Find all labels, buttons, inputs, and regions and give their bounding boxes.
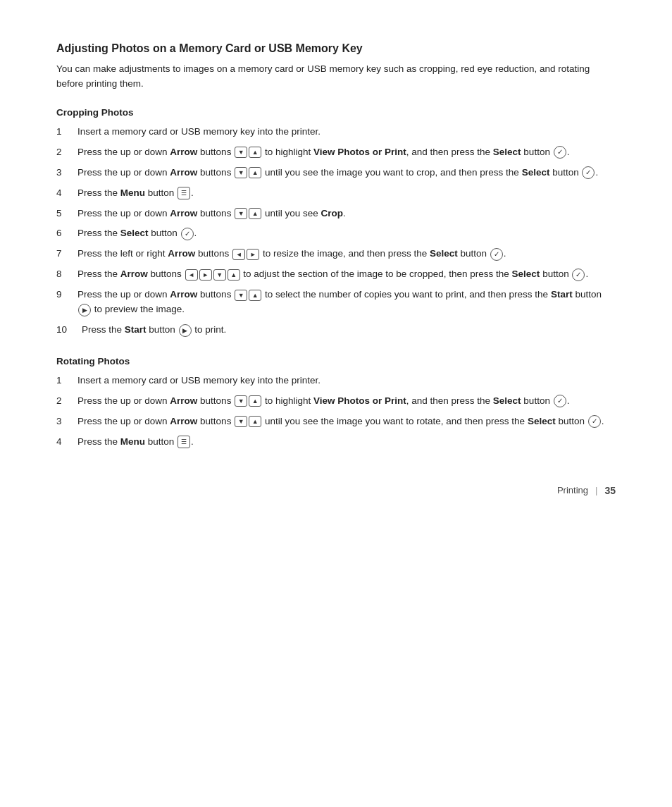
step-content: Press the up or down Arrow buttons ▼▲ un… bbox=[77, 166, 616, 180]
select-icon: ✓ bbox=[588, 415, 601, 428]
step-number: 6 bbox=[56, 226, 77, 241]
step-number: 4 bbox=[56, 435, 77, 450]
list-item: 1 Insert a memory card or USB memory key… bbox=[56, 374, 616, 388]
arrow-left-icon: ◄ bbox=[232, 249, 245, 260]
menu-icon: ☰ bbox=[178, 187, 190, 199]
step-number: 5 bbox=[56, 207, 77, 221]
step-number: 3 bbox=[56, 414, 77, 429]
step-number: 7 bbox=[56, 247, 77, 261]
list-item: 4 Press the Menu button ☰. bbox=[56, 186, 616, 201]
step-number: 2 bbox=[56, 394, 77, 409]
list-item: 6 Press the Select button ✓. bbox=[56, 226, 616, 241]
arrow-up-icon: ▲ bbox=[249, 208, 261, 219]
start-icon: ▶ bbox=[179, 324, 192, 337]
footer-divider: | bbox=[595, 485, 597, 495]
select-icon: ✓ bbox=[572, 269, 585, 281]
list-item: 3 Press the up or down Arrow buttons ▼▲ … bbox=[56, 414, 616, 429]
list-item: 8 Press the Arrow buttons ◄►▼▲ to adjust… bbox=[56, 267, 616, 282]
arrow-left-icon: ◄ bbox=[185, 269, 198, 281]
list-item: 10 Press the Start button ▶ to print. bbox=[56, 323, 616, 338]
step-content: Press the Menu button ☰. bbox=[77, 186, 616, 201]
step-number: 2 bbox=[56, 145, 77, 160]
step-number: 4 bbox=[56, 186, 77, 201]
arrow-down-icon: ▼ bbox=[235, 416, 247, 427]
select-icon: ✓ bbox=[554, 146, 566, 159]
list-item: 9 Press the up or down Arrow buttons ▼▲ … bbox=[56, 288, 616, 317]
step-content: Press the up or down Arrow buttons ▼▲ un… bbox=[77, 207, 616, 221]
footer-label: Printing bbox=[557, 485, 588, 495]
arrow-up-icon: ▲ bbox=[249, 147, 261, 158]
arrow-down-icon: ▼ bbox=[213, 269, 226, 281]
section-rotating: Rotating Photos 1 Insert a memory card o… bbox=[56, 356, 616, 450]
rotating-steps-list: 1 Insert a memory card or USB memory key… bbox=[56, 374, 616, 450]
step-number: 3 bbox=[56, 166, 77, 180]
step-content: Press the left or right Arrow buttons ◄►… bbox=[77, 247, 616, 261]
list-item: 5 Press the up or down Arrow buttons ▼▲ … bbox=[56, 207, 616, 221]
arrow-right-icon: ► bbox=[247, 249, 259, 260]
step-content: Press the up or down Arrow buttons ▼▲ to… bbox=[77, 394, 616, 409]
arrow-up-icon: ▲ bbox=[249, 395, 261, 407]
step-content: Press the Start button ▶ to print. bbox=[82, 323, 616, 338]
footer-page-number: 35 bbox=[604, 485, 616, 496]
step-content: Press the up or down Arrow buttons ▼▲ un… bbox=[77, 414, 616, 429]
page: Adjusting Photos on a Memory Card or USB… bbox=[0, 0, 672, 524]
list-item: 3 Press the up or down Arrow buttons ▼▲ … bbox=[56, 166, 616, 180]
arrow-up-icon: ▲ bbox=[249, 167, 261, 178]
step-number: 1 bbox=[56, 125, 77, 140]
list-item: 4 Press the Menu button ☰. bbox=[56, 435, 616, 450]
arrow-up-icon: ▲ bbox=[249, 290, 261, 301]
step-number: 10 bbox=[56, 323, 82, 338]
arrow-up-icon: ▲ bbox=[249, 416, 261, 427]
start-icon: ▶ bbox=[78, 304, 91, 316]
step-content: Press the up or down Arrow buttons ▼▲ to… bbox=[77, 145, 616, 160]
menu-icon: ☰ bbox=[178, 436, 190, 448]
arrow-up-icon: ▲ bbox=[228, 269, 240, 281]
select-icon: ✓ bbox=[181, 228, 194, 240]
step-content: Press the Menu button ☰. bbox=[77, 435, 616, 450]
list-item: 2 Press the up or down Arrow buttons ▼▲ … bbox=[56, 145, 616, 160]
arrow-down-icon: ▼ bbox=[235, 395, 247, 407]
select-icon: ✓ bbox=[554, 395, 566, 407]
arrow-right-icon: ► bbox=[199, 269, 212, 281]
intro-text: You can make adjustments to images on a … bbox=[56, 62, 616, 92]
page-title: Adjusting Photos on a Memory Card or USB… bbox=[56, 42, 616, 55]
step-number: 9 bbox=[56, 288, 77, 302]
arrow-down-icon: ▼ bbox=[235, 208, 247, 219]
step-content: Insert a memory card or USB memory key i… bbox=[77, 374, 616, 388]
list-item: 7 Press the left or right Arrow buttons … bbox=[56, 247, 616, 261]
list-item: 2 Press the up or down Arrow buttons ▼▲ … bbox=[56, 394, 616, 409]
step-content: Press the Select button ✓. bbox=[77, 226, 616, 241]
step-content: Press the Arrow buttons ◄►▼▲ to adjust t… bbox=[77, 267, 616, 282]
section-cropping: Cropping Photos 1 Insert a memory card o… bbox=[56, 107, 616, 338]
section-title-cropping: Cropping Photos bbox=[56, 107, 616, 118]
section-title-rotating: Rotating Photos bbox=[56, 356, 616, 366]
arrow-down-icon: ▼ bbox=[235, 167, 247, 178]
select-icon: ✓ bbox=[582, 166, 595, 179]
page-footer: Printing | 35 bbox=[0, 485, 672, 496]
step-content: Press the up or down Arrow buttons ▼▲ to… bbox=[77, 288, 616, 317]
arrow-down-icon: ▼ bbox=[235, 147, 247, 158]
cropping-steps-list: 1 Insert a memory card or USB memory key… bbox=[56, 125, 616, 338]
step-content: Insert a memory card or USB memory key i… bbox=[77, 125, 616, 140]
step-number: 1 bbox=[56, 374, 77, 388]
step-number: 8 bbox=[56, 267, 77, 282]
arrow-down-icon: ▼ bbox=[235, 290, 247, 301]
list-item: 1 Insert a memory card or USB memory key… bbox=[56, 125, 616, 140]
select-icon: ✓ bbox=[490, 248, 503, 261]
